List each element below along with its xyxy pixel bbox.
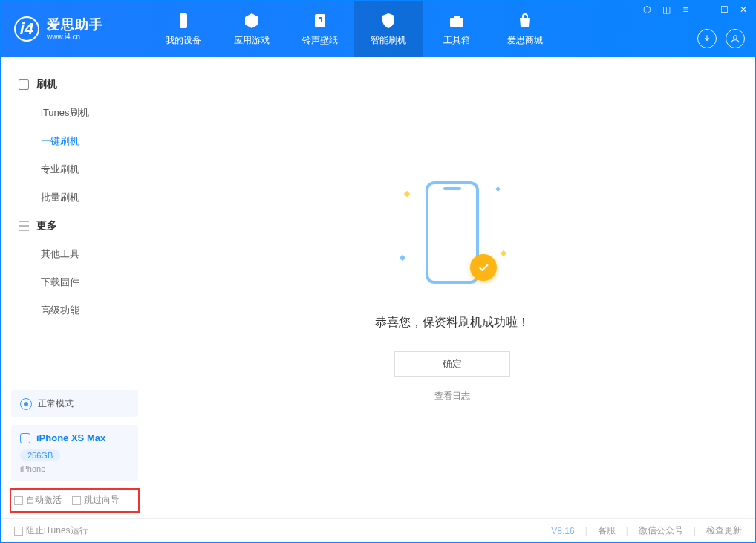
title-bar: i4 爱思助手 www.i4.cn 我的设备 应用游戏 铃声壁纸 智能刷机 工具… xyxy=(1,1,755,57)
shield-refresh-icon xyxy=(379,12,397,30)
music-note-icon xyxy=(311,12,329,30)
tab-store[interactable]: 爱思商城 xyxy=(491,1,559,57)
menu-icon[interactable]: ≡ xyxy=(680,4,691,16)
sidebar-item-pro-flash[interactable]: 专业刷机 xyxy=(1,155,149,183)
tab-my-device[interactable]: 我的设备 xyxy=(149,1,218,57)
tab-smart-flash[interactable]: 智能刷机 xyxy=(354,1,423,57)
device-name: iPhone XS Max xyxy=(36,432,105,443)
hamburger-icon xyxy=(19,221,29,231)
svg-rect-1 xyxy=(315,14,325,27)
tab-toolbox[interactable]: 工具箱 xyxy=(423,1,491,57)
success-message: 恭喜您，保资料刷机成功啦！ xyxy=(375,315,529,331)
maximize-button[interactable]: ☐ xyxy=(718,4,730,16)
highlighted-options-box: 自动激活 跳过向导 xyxy=(10,488,140,513)
sparkle-icon xyxy=(404,190,410,196)
header-right-buttons xyxy=(697,29,745,48)
sidebar-item-batch-flash[interactable]: 批量刷机 xyxy=(1,183,149,212)
ok-button[interactable]: 确定 xyxy=(394,351,510,377)
logo-section: i4 爱思助手 www.i4.cn xyxy=(1,1,149,57)
auto-activate-checkbox[interactable]: 自动激活 xyxy=(14,494,62,507)
sidebar-item-other-tools[interactable]: 其他工具 xyxy=(1,240,149,268)
tab-ringtone-wallpaper[interactable]: 铃声壁纸 xyxy=(286,1,354,57)
footer-link-check-update[interactable]: 检查更新 xyxy=(706,524,742,537)
minimize-button[interactable]: — xyxy=(699,4,711,16)
bag-icon xyxy=(516,12,534,30)
checkbox-icon xyxy=(72,496,81,505)
block-itunes-checkbox[interactable]: 阻止iTunes运行 xyxy=(14,524,88,537)
phone-icon xyxy=(175,12,192,30)
checkbox-icon xyxy=(14,496,23,505)
sparkle-icon xyxy=(501,250,506,256)
tab-apps-games[interactable]: 应用游戏 xyxy=(218,1,286,57)
check-badge-icon xyxy=(470,254,497,281)
svg-rect-2 xyxy=(450,18,463,27)
shirt-icon[interactable]: ⬡ xyxy=(641,4,653,16)
phone-small-icon xyxy=(20,433,30,443)
version-label: V8.16 xyxy=(551,526,574,536)
view-log-link[interactable]: 查看日志 xyxy=(434,390,470,403)
app-logo-icon: i4 xyxy=(14,16,39,42)
svg-rect-3 xyxy=(454,16,460,19)
mode-icon xyxy=(20,398,32,410)
footer-link-wechat[interactable]: 微信公众号 xyxy=(639,524,683,537)
app-title: 爱思助手 xyxy=(47,17,103,33)
sidebar-item-itunes-flash[interactable]: iTunes刷机 xyxy=(1,99,149,127)
sidebar-item-advanced[interactable]: 高级功能 xyxy=(1,296,149,325)
body: 刷机 iTunes刷机 一键刷机 专业刷机 批量刷机 更多 其他工具 下载固件 … xyxy=(1,57,755,518)
footer: 阻止iTunes运行 V8.16 | 客服 | 微信公众号 | 检查更新 xyxy=(1,518,755,542)
sparkle-icon xyxy=(495,186,501,191)
main-content: 恭喜您，保资料刷机成功啦！ 确定 查看日志 xyxy=(149,57,755,518)
checkbox-icon xyxy=(14,527,23,536)
device-box[interactable]: iPhone XS Max 256GB iPhone xyxy=(11,425,138,481)
success-illustration xyxy=(415,174,489,293)
app-subtitle: www.i4.cn xyxy=(47,33,103,42)
mode-label: 正常模式 xyxy=(38,397,74,410)
sidebar-item-one-click-flash[interactable]: 一键刷机 xyxy=(1,127,149,155)
device-icon xyxy=(19,79,29,90)
main-tabs: 我的设备 应用游戏 铃声壁纸 智能刷机 工具箱 爱思商城 xyxy=(149,1,559,57)
sidebar-group-flash: 刷机 xyxy=(1,71,149,99)
footer-link-support[interactable]: 客服 xyxy=(598,524,616,537)
sparkle-icon xyxy=(400,254,405,260)
sidebar-item-download-firmware[interactable]: 下载固件 xyxy=(1,268,149,296)
lock-icon[interactable]: ◫ xyxy=(660,4,672,16)
download-button[interactable] xyxy=(697,29,717,48)
sidebar-group-more: 更多 xyxy=(1,212,149,240)
user-button[interactable] xyxy=(726,29,745,48)
svg-point-4 xyxy=(734,36,737,39)
capacity-badge: 256GB xyxy=(20,449,60,461)
cube-icon xyxy=(243,12,261,30)
sidebar: 刷机 iTunes刷机 一键刷机 专业刷机 批量刷机 更多 其他工具 下载固件 … xyxy=(1,57,149,518)
skip-guide-checkbox[interactable]: 跳过向导 xyxy=(72,494,120,507)
window-controls: ⬡ ◫ ≡ — ☐ ✕ xyxy=(641,4,749,16)
device-type: iPhone xyxy=(20,464,129,473)
svg-rect-0 xyxy=(180,13,187,28)
mode-box[interactable]: 正常模式 xyxy=(11,390,138,417)
toolbox-icon xyxy=(448,12,466,30)
close-button[interactable]: ✕ xyxy=(737,4,749,16)
